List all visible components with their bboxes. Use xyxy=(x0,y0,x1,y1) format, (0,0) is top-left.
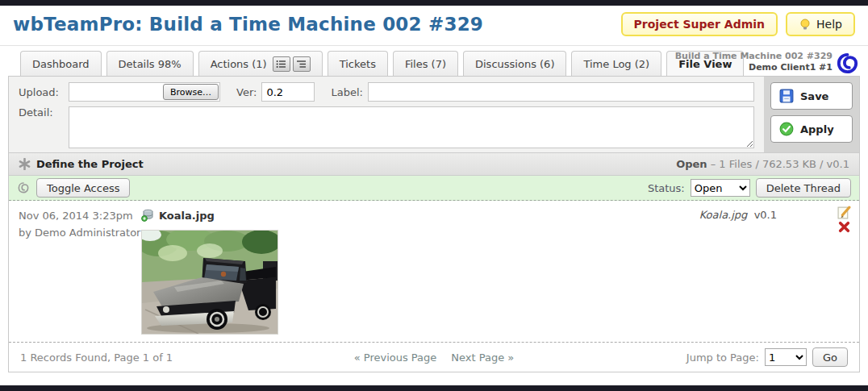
lightbulb-icon xyxy=(799,18,812,31)
apply-button-label: Apply xyxy=(800,123,834,135)
detail-row: Detail: xyxy=(19,106,757,148)
save-button[interactable]: Save xyxy=(770,82,853,110)
previous-page-link[interactable]: « Previous Page xyxy=(354,351,437,364)
status-select[interactable]: Open xyxy=(691,179,750,197)
delete-x-icon[interactable] xyxy=(838,221,850,233)
file-entry-content: Koala.jpg xyxy=(141,207,278,335)
status-label: Status: xyxy=(648,182,685,194)
project-context: Build a Time Machine 002 #329 Demo Clien… xyxy=(675,51,833,73)
records-found-text: 1 Records Found, Page 1 of 1 xyxy=(20,351,354,364)
thread-title: Define the Project xyxy=(36,158,144,170)
file-version-info: Koala.jpg v0.1 xyxy=(699,207,777,335)
upload-row: Upload: Browse… Ver: Label: xyxy=(19,82,757,102)
file-version: v0.1 xyxy=(754,209,777,221)
tab-label: Dashboard xyxy=(32,58,90,70)
context-client-name: Demo Client1 #1 xyxy=(675,62,833,73)
file-entry-date: Nov 06, 2014 3:23pm xyxy=(19,207,141,224)
footer-gap xyxy=(0,372,868,385)
go-button[interactable]: Go xyxy=(812,347,848,367)
file-entry-meta: Nov 06, 2014 3:23pm by Demo Administrato… xyxy=(19,207,141,335)
version-field[interactable] xyxy=(261,82,315,102)
tab-time-log[interactable]: Time Log (2) xyxy=(571,51,661,76)
form-actions-panel: Save Apply xyxy=(764,77,859,152)
jump-to-page: Jump to Page: 1 Go xyxy=(514,347,848,367)
tab-discussions[interactable]: Discussions (6) xyxy=(463,51,566,76)
tab-label: Files (7) xyxy=(405,58,446,70)
bottom-dark-bar xyxy=(0,385,868,391)
help-button[interactable]: Help xyxy=(786,12,855,36)
tab-actions[interactable]: Actions (1) xyxy=(198,51,323,76)
tab-label: Tickets xyxy=(340,58,376,70)
upload-label: Upload: xyxy=(19,86,64,98)
actions-view-toggles xyxy=(273,56,311,72)
wbteampro-logo-icon xyxy=(837,52,858,74)
thread-toolbar: Toggle Access Status: Open Delete Thread xyxy=(9,176,859,201)
toggle-access-button[interactable]: Toggle Access xyxy=(36,178,130,198)
context-project-name: Build a Time Machine 002 #329 xyxy=(675,51,833,62)
label-field[interactable] xyxy=(368,82,754,102)
file-entry-actions xyxy=(837,206,851,233)
thread-header-bar: Define the Project Open – 1 Files / 762.… xyxy=(9,153,859,176)
tab-label: Details 98% xyxy=(119,58,182,70)
ver-label: Ver: xyxy=(236,86,257,98)
asterisk-icon xyxy=(19,158,31,170)
edit-pencil-icon[interactable] xyxy=(837,206,851,219)
delete-thread-button[interactable]: Delete Thread xyxy=(756,178,851,198)
help-button-label: Help xyxy=(816,18,842,31)
page-header: wbTeamPro: Build a Time Machine 002 #329… xyxy=(0,6,868,46)
detail-field[interactable] xyxy=(69,106,754,148)
jump-page-select[interactable]: 1 xyxy=(765,348,807,366)
browse-button[interactable]: Browse… xyxy=(163,84,219,100)
main-panel: Upload: Browse… Ver: Label: Detail: xyxy=(8,76,860,372)
pager-links: « Previous Page Next Page » xyxy=(354,351,515,364)
upload-form-fields: Upload: Browse… Ver: Label: Detail: xyxy=(9,77,764,152)
file-name[interactable]: Koala.jpg xyxy=(159,210,215,222)
bullet-list-icon[interactable] xyxy=(273,56,290,72)
indent-list-icon[interactable] xyxy=(293,56,311,72)
pagination-bar: 1 Records Found, Page 1 of 1 « Previous … xyxy=(9,343,859,372)
tab-tickets[interactable]: Tickets xyxy=(328,51,388,76)
tab-label: Actions (1) xyxy=(211,58,267,70)
file-entry: Nov 06, 2014 3:23pm by Demo Administrato… xyxy=(9,201,859,343)
tab-label: Time Log (2) xyxy=(583,58,649,70)
label-label: Label: xyxy=(331,86,362,98)
access-swirl-icon xyxy=(17,181,30,194)
tab-files[interactable]: Files (7) xyxy=(393,51,458,76)
green-check-icon xyxy=(779,122,794,136)
file-entry-author: by Demo Administrator xyxy=(19,224,141,241)
upload-form: Upload: Browse… Ver: Label: Detail: xyxy=(9,77,859,153)
thread-toolbar-right: Status: Open Delete Thread xyxy=(648,178,851,198)
save-button-label: Save xyxy=(800,90,828,102)
file-path-field[interactable] xyxy=(70,84,163,100)
database-add-icon xyxy=(141,209,154,222)
tab-label: Discussions (6) xyxy=(475,58,554,70)
file-head: Koala.jpg xyxy=(141,207,278,223)
tab-dashboard[interactable]: Dashboard xyxy=(20,51,102,76)
top-dark-bar xyxy=(0,0,868,6)
next-page-link[interactable]: Next Page » xyxy=(451,351,514,364)
detail-label: Detail: xyxy=(19,106,64,119)
file-name-italic: Koala.jpg xyxy=(699,209,748,221)
tab-details[interactable]: Details 98% xyxy=(106,51,194,76)
thread-status-text: Open xyxy=(676,158,707,170)
tab-bar: Dashboard Details 98% Actions (1) Ticket… xyxy=(0,46,868,76)
floppy-disk-icon xyxy=(779,89,794,103)
project-super-admin-button[interactable]: Project Super Admin xyxy=(621,12,778,36)
header-buttons: Project Super Admin Help xyxy=(621,12,855,36)
thread-summary-rest: – 1 Files / 762.53 KB / v0.1 xyxy=(707,158,849,170)
apply-button[interactable]: Apply xyxy=(770,115,853,143)
file-input: Browse… xyxy=(69,82,220,102)
jump-to-page-label: Jump to Page: xyxy=(686,351,759,364)
file-thumbnail[interactable] xyxy=(141,230,278,335)
thread-summary: Open – 1 Files / 762.53 KB / v0.1 xyxy=(676,158,849,170)
